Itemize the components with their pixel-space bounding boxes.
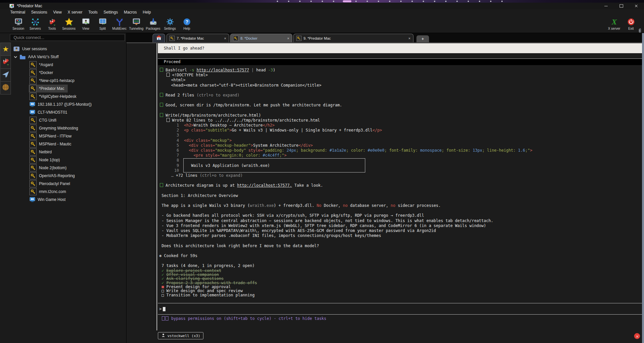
session-item-mspnerd-mautic[interactable]: MSPNerd - Mautic [11, 140, 126, 148]
menu-view[interactable]: View [50, 10, 65, 15]
menu-x-server[interactable]: X server [65, 10, 86, 15]
session-item-mspnerd-itflow[interactable]: MSPNerd - ITFlow [11, 132, 126, 140]
toolbar-xserver-button[interactable]: XX server [606, 16, 623, 32]
session-item-node-2-bottom[interactable]: Node 2(bottom) [11, 164, 126, 172]
sidebar-tab-globe[interactable] [0, 81, 11, 95]
titlebar[interactable]: *Predator Mac [0, 3, 644, 9]
session-item-docker[interactable]: *Docker [11, 69, 126, 77]
session-label: *Predator Mac [39, 86, 64, 91]
toolbar-settings-button[interactable]: Settings [161, 16, 178, 32]
session-row: *Asgard [29, 61, 56, 69]
strip-dot [389, 1, 390, 2]
chevron-down-icon[interactable] [14, 56, 17, 58]
toolbar-multiexec-button[interactable]: MultiExec [111, 16, 128, 32]
tab-close-icon[interactable]: × [287, 36, 289, 40]
session-item-ctg-unifi[interactable]: CTG Unifi [11, 116, 126, 124]
session-item-192-168-1-107-ups-monitor[interactable]: 192.168.1.107 ([UPS-Monitor]) [11, 100, 126, 108]
session-item-greyming-webhosting[interactable]: Greyming Webhosting [11, 124, 126, 132]
toolbar-help-button[interactable]: ?Help [178, 16, 195, 32]
sidebar-tab-plane[interactable] [0, 68, 11, 82]
key-icon [29, 140, 37, 148]
sidebar-tab-star[interactable]: ★ [0, 43, 11, 56]
tab-home[interactable] [153, 34, 165, 42]
session-item-win-game-host[interactable]: Win Game Host [11, 196, 126, 204]
text-segment: <div class= [189, 143, 215, 148]
text-segment [184, 153, 194, 158]
macros-plane-icon [2, 70, 10, 80]
session-item-pterodactyl-panel[interactable]: Pterodactyl Panel [11, 180, 126, 188]
text-segment[interactable]: http://localhost:57577 [197, 68, 249, 72]
menu-terminal[interactable]: Terminal [7, 10, 28, 15]
menu-sessions[interactable]: Sessions [28, 10, 50, 15]
toolbar-right: XX serverExit [606, 16, 639, 32]
toolbar-servers-button[interactable]: Servers [27, 16, 44, 32]
session-item-rmm-t2cnc-com[interactable]: rmm.t2cnc.com [11, 188, 126, 196]
menu-tools[interactable]: Tools [86, 10, 101, 15]
session-item-node-1-top[interactable]: Node 1(top) [11, 156, 126, 164]
text-segment: 13px [473, 148, 482, 153]
session-item-clt-vmhost01[interactable]: CLT-VMHOST01 [11, 108, 126, 116]
text-segment: Transition to implementation planning [164, 293, 255, 297]
terminal-line [158, 98, 642, 103]
tab-close-icon[interactable]: × [409, 36, 411, 40]
maximize-button[interactable] [614, 3, 629, 9]
key-icon [169, 36, 175, 41]
key-icon [29, 180, 37, 187]
terminal-line: Bash(curl -s http://localhost:57577 | he… [158, 68, 642, 73]
terminal-prompt[interactable]: > [158, 303, 642, 314]
terminal-line: <html> [158, 78, 642, 83]
quick-connect-input[interactable]: Quick connect... [10, 34, 125, 41]
text-segment: Wails v3 Application (wraith.exe) [184, 163, 270, 168]
session-item-netbird[interactable]: Netbird [11, 148, 126, 156]
menu-settings[interactable]: Settings [101, 10, 121, 15]
toolbar-tools-button[interactable]: Tools [44, 16, 60, 32]
key-icon [29, 125, 37, 132]
text-segment: > [229, 128, 232, 133]
toolbar-tunneling-button[interactable]: Tunneling [128, 16, 145, 32]
session-row: Greyming Webhosting [29, 124, 82, 132]
toolbar-exit-button[interactable]: Exit [623, 16, 639, 32]
text-segment [159, 118, 166, 123]
text-segment [159, 316, 161, 321]
tab-8-docker[interactable]: 8. *Docker× [230, 34, 292, 42]
session-item-user-sessions[interactable]: User sessions [11, 45, 126, 53]
minimize-button[interactable] [598, 3, 614, 9]
sidebar-tab-knife[interactable] [0, 56, 11, 69]
close-button[interactable] [629, 3, 644, 9]
tab-close-icon[interactable]: × [224, 36, 226, 40]
text-segment: <p class= [184, 128, 205, 133]
terminal-scrollbar[interactable] [642, 33, 644, 343]
strip-dot [501, 1, 503, 2]
text-segment: "mockup-header" [215, 143, 251, 148]
session-item-new-cp01-heistacp[interactable]: *New-cp01-heistacp [11, 77, 126, 85]
text-segment[interactable]: http://localhost:57577. [237, 183, 292, 188]
toolbar-view-button[interactable]: View [77, 16, 94, 32]
session-item-predator-mac[interactable]: *Predator Mac [11, 85, 126, 93]
session-item-aaa-vantz-s-stuff[interactable]: AAA Vantz's Stuff [11, 53, 126, 61]
terminal[interactable]: Shall I go ahead?Proceed Bash(curl -s ht… [126, 43, 644, 343]
menu-macros[interactable]: Macros [121, 10, 140, 15]
session-item-vigilcyber-helpdesk[interactable]: *VigilCyber-Helpdesk [11, 93, 126, 100]
text-segment: > [251, 143, 253, 148]
menu-help[interactable]: Help [140, 10, 154, 15]
toolbar-split-button[interactable]: Split [94, 16, 111, 32]
view-icon [82, 17, 90, 26]
line-number: 7 [159, 153, 179, 158]
toolbar-packages-button[interactable]: Packages [145, 16, 161, 32]
packages-label: Packages [146, 27, 161, 30]
session-item-asgard[interactable]: *Asgard [11, 61, 126, 69]
new-tab-button[interactable]: + [416, 35, 429, 42]
sessions-label: Sessions [62, 27, 76, 30]
strip-dot [299, 1, 301, 2]
text-segment: Wraith Desktop — Architecture [194, 123, 263, 128]
session-item-openvas-reporting[interactable]: OpenVAS-Reporting [11, 172, 126, 180]
tab-7-predator-mac[interactable]: 7. *Predator Mac× [166, 34, 229, 42]
toolbar-session-button[interactable]: Session [10, 16, 27, 32]
servers-label: Servers [29, 27, 41, 30]
background-window-strip [0, 0, 644, 3]
terminal-gap [158, 53, 642, 58]
tab-9-predator-mac[interactable]: 9. *Predator Mac× [293, 34, 413, 42]
terminal-close-button[interactable] [634, 333, 640, 339]
proceed-option[interactable]: Proceed [158, 59, 642, 65]
toolbar-sessions-button[interactable]: Sessions [60, 16, 77, 32]
